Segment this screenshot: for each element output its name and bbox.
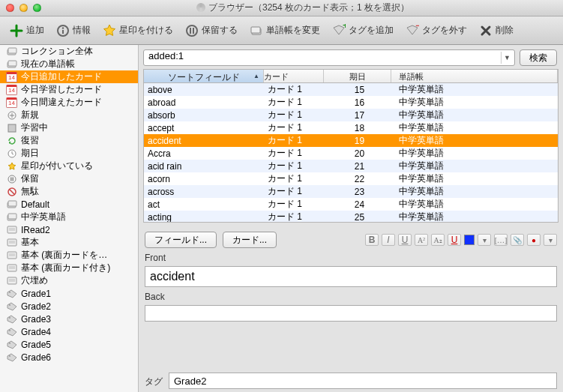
table-body[interactable]: aboveカード 115中学英単語abroadカード 116中学英単語absor… bbox=[144, 83, 558, 222]
col-due[interactable]: 期日 bbox=[324, 70, 391, 82]
svg-point-17 bbox=[8, 175, 16, 183]
clear-format-button[interactable]: U bbox=[448, 234, 461, 246]
changedeck-button[interactable]: 単語帳を変更 bbox=[244, 22, 325, 40]
zoom-window-button[interactable] bbox=[33, 4, 41, 12]
sidebar-item[interactable]: 基本 (裏面カードを… bbox=[0, 249, 138, 262]
svg-point-1 bbox=[62, 27, 64, 28]
sidebar-item[interactable]: Grade2 bbox=[0, 300, 138, 313]
table-row[interactable]: abroadカード 116中学英単語 bbox=[144, 96, 558, 109]
delete-button[interactable]: 削除 bbox=[474, 22, 519, 40]
svg-rect-22 bbox=[8, 201, 16, 206]
search-input[interactable] bbox=[148, 50, 489, 61]
info-button[interactable]: 情報 bbox=[51, 22, 96, 40]
table-row[interactable]: aboveカード 115中学英単語 bbox=[144, 83, 558, 96]
addtag-button[interactable]: +タグを追加 bbox=[327, 22, 399, 40]
star-button[interactable]: 星印を付ける bbox=[97, 22, 178, 40]
table-row[interactable]: accidentカード 119中学英単語 bbox=[144, 134, 558, 147]
sidebar-item[interactable]: 基本 bbox=[0, 236, 138, 249]
back-field[interactable] bbox=[145, 305, 557, 322]
sidebar[interactable]: コレクション全体現在の単語帳14今日追加したカード14今日学習したカード14今日… bbox=[0, 45, 139, 392]
add-button[interactable]: 追加 bbox=[4, 22, 49, 40]
search-input-wrap: ▼ bbox=[143, 49, 515, 66]
color-button[interactable] bbox=[464, 235, 475, 245]
table-cell: カード 1 bbox=[264, 83, 324, 96]
bold-button[interactable]: B bbox=[365, 234, 379, 246]
search-button[interactable]: 検索 bbox=[520, 49, 557, 66]
superscript-button[interactable]: A² bbox=[415, 234, 428, 246]
sidebar-item[interactable]: 14今日追加したカード bbox=[0, 70, 138, 83]
underline-button[interactable]: U bbox=[398, 234, 412, 246]
italic-button[interactable]: I bbox=[382, 234, 395, 246]
table-cell: カード 1 bbox=[264, 121, 324, 134]
star-icon bbox=[6, 161, 17, 172]
sidebar-item[interactable]: Grade1 bbox=[0, 287, 138, 300]
svg-rect-11 bbox=[8, 48, 16, 53]
sidebar-item[interactable]: コレクション全体 bbox=[0, 45, 138, 58]
sidebar-item[interactable]: Grade4 bbox=[0, 325, 138, 338]
fields-button[interactable]: フィールド... bbox=[145, 232, 217, 248]
search-dropdown-icon[interactable]: ▼ bbox=[501, 52, 513, 64]
table-header: ソートフィールド▲ カード 期日 単語帳 bbox=[144, 70, 558, 83]
record-button[interactable]: ● bbox=[527, 234, 541, 246]
table-cell: 中学英単語 bbox=[391, 96, 558, 109]
table-row[interactable]: acceptカード 118中学英単語 bbox=[144, 121, 558, 134]
table-cell: acting bbox=[144, 212, 264, 223]
sidebar-item[interactable]: 学習中 bbox=[0, 121, 138, 134]
svg-rect-7 bbox=[251, 27, 260, 33]
close-window-button[interactable] bbox=[6, 4, 14, 12]
table-row[interactable]: absorbカード 117中学英単語 bbox=[144, 109, 558, 121]
color-dropdown-icon[interactable]: ▾ bbox=[478, 234, 491, 246]
table-row[interactable]: actカード 124中学英単語 bbox=[144, 198, 558, 211]
tag-input[interactable] bbox=[169, 373, 557, 389]
col-card[interactable]: カード bbox=[264, 70, 324, 82]
sidebar-item[interactable]: 無駄 bbox=[0, 185, 138, 198]
sidebar-item[interactable]: 穴埋め bbox=[0, 274, 138, 287]
sidebar-item[interactable]: Grade6 bbox=[0, 351, 138, 364]
plus-icon bbox=[10, 24, 23, 37]
sidebar-item[interactable]: 基本 (裏面カード付き) bbox=[0, 262, 138, 274]
sidebar-item[interactable]: IRead2 bbox=[0, 223, 138, 236]
removetag-button[interactable]: −タグを外す bbox=[400, 22, 472, 40]
sidebar-item[interactable]: 14今日間違えたカード bbox=[0, 96, 138, 109]
cards-button[interactable]: カード... bbox=[223, 232, 277, 248]
attach-button[interactable]: 📎 bbox=[511, 234, 524, 246]
sidebar-item[interactable]: 復習 bbox=[0, 134, 138, 147]
more-button[interactable]: ▾ bbox=[544, 234, 557, 246]
table-row[interactable]: actingカード 125中学英単語 bbox=[144, 211, 558, 222]
back-label: Back bbox=[145, 292, 557, 302]
table-row[interactable]: acid rainカード 121中学英単語 bbox=[144, 160, 558, 172]
sidebar-item[interactable]: Grade5 bbox=[0, 338, 138, 351]
svg-rect-13 bbox=[8, 61, 16, 66]
col-deck[interactable]: 単語帳 bbox=[391, 70, 558, 82]
table-row[interactable]: acornカード 122中学英単語 bbox=[144, 172, 558, 185]
sidebar-item[interactable]: Grade3 bbox=[0, 313, 138, 325]
cloze-button[interactable]: […] bbox=[494, 234, 508, 246]
sidebar-item[interactable]: 中学英単語 bbox=[0, 211, 138, 223]
sidebar-item-label: 今日追加したカード bbox=[21, 70, 102, 83]
card-table: ソートフィールド▲ カード 期日 単語帳 aboveカード 115中学英単語ab… bbox=[143, 69, 559, 223]
sidebar-item[interactable]: 星印が付いている bbox=[0, 160, 138, 172]
table-cell: 21 bbox=[324, 161, 391, 172]
sidebar-item-label: 期日 bbox=[21, 147, 39, 160]
table-row[interactable]: Accraカード 120中学英単語 bbox=[144, 147, 558, 160]
front-field[interactable]: accident bbox=[145, 266, 557, 287]
pause-icon bbox=[6, 174, 17, 184]
col-sortfield[interactable]: ソートフィールド▲ bbox=[144, 70, 264, 82]
note-icon bbox=[6, 276, 17, 286]
deck-icon bbox=[6, 59, 17, 70]
sidebar-item-label: 学習中 bbox=[21, 121, 48, 134]
table-cell: カード 1 bbox=[264, 198, 324, 211]
sidebar-item[interactable]: Default bbox=[0, 198, 138, 211]
minimize-window-button[interactable] bbox=[19, 4, 28, 12]
deck-icon bbox=[6, 199, 17, 210]
sidebar-item[interactable]: 新規 bbox=[0, 109, 138, 121]
hold-button[interactable]: 保留する bbox=[180, 22, 243, 40]
sidebar-item[interactable]: 保留 bbox=[0, 172, 138, 185]
sidebar-item[interactable]: 現在の単語帳 bbox=[0, 58, 138, 70]
table-row[interactable]: acrossカード 123中学英単語 bbox=[144, 185, 558, 198]
svg-rect-5 bbox=[193, 28, 194, 34]
sidebar-item[interactable]: 期日 bbox=[0, 147, 138, 160]
sidebar-item[interactable]: 14今日学習したカード bbox=[0, 83, 138, 96]
subscript-button[interactable]: A₂ bbox=[431, 234, 445, 246]
table-cell: abroad bbox=[144, 97, 264, 108]
